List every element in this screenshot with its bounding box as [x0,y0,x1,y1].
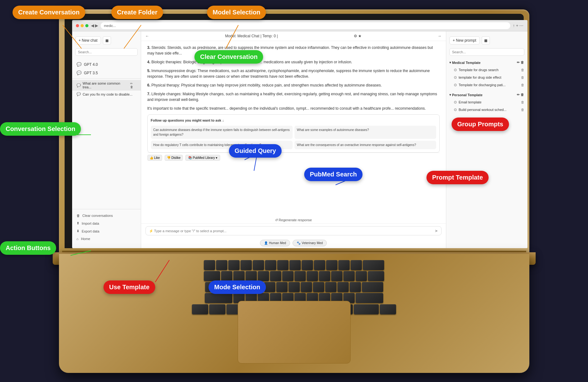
key[interactable] [350,282,361,292]
conversation-item-2[interactable]: 💬 Can you fix my code to disable... [72,91,141,98]
message-input-field[interactable] [149,229,433,233]
key-option[interactable] [209,304,225,314]
import-data-btn[interactable]: ⬆ Import data [72,219,141,227]
prompt-delete-icon[interactable]: 🗑 [521,68,524,72]
key[interactable] [265,260,276,270]
conv-action-icons[interactable]: ✏ 🗑 [130,82,136,89]
key-enter[interactable] [362,282,383,292]
conversation-item-1[interactable]: 💬 What are some common trea... ✏ 🗑 [72,80,141,91]
key[interactable] [221,271,232,281]
sidebar-search-input[interactable] [75,48,138,56]
nav-icons[interactable]: ◀ ▶ [91,23,98,28]
human-med-button[interactable]: 👤 Human Med [260,240,290,246]
like-button[interactable]: 👍 Like [147,155,162,161]
key[interactable] [313,282,324,292]
main-chat-area: ← Model: Medical Chat | Temp: 0 | ⚙ ★ → … [141,31,446,248]
nav-forward[interactable]: → [438,34,442,38]
key[interactable] [204,260,215,270]
minimize-dot[interactable] [81,24,84,27]
key[interactable] [356,271,367,281]
follow-up-item-2[interactable]: What are some examples of autoimmune dis… [294,126,436,139]
key[interactable] [337,282,349,292]
model-settings-icon[interactable]: ⚙ ★ [354,34,362,38]
key[interactable] [282,271,294,281]
model-item-gpt35[interactable]: 💬 GPT 3.5 [72,69,141,77]
pubmed-button[interactable]: 📚 PubMed Library ▾ [185,155,220,161]
prompt-group-medical-header[interactable]: ▾ Medical Template ✏ 🗑 [446,59,527,66]
key[interactable] [270,271,281,281]
new-prompt-button[interactable]: + New prompt [449,36,480,44]
key[interactable] [319,271,330,281]
key[interactable] [343,271,355,281]
prompt-icon-btn[interactable]: ▦ [482,36,490,44]
key-shift-l[interactable] [205,293,232,303]
import-icon: ⬆ [77,221,79,225]
key-backslash[interactable] [368,271,384,281]
browser-action-icons[interactable]: ↑ + ⋯ [513,23,523,28]
follow-up-item-4[interactable]: What are the consequences of an overacti… [294,141,436,149]
key[interactable] [351,260,362,270]
regenerate-bar[interactable]: ↺ Regenerate response [141,217,446,223]
prompt-delete-icon[interactable]: 🗑 [521,83,524,87]
key[interactable] [241,260,252,270]
export-data-btn[interactable]: ⬇ Export data [72,227,141,235]
key[interactable] [314,260,325,270]
group-action-icons[interactable]: ✏ 🗑 [517,60,524,65]
model-item-gpt4[interactable]: 💬 GPT 4.0 [72,60,141,69]
send-icon[interactable]: ➤ [435,228,438,233]
key[interactable] [246,271,257,281]
key[interactable] [228,260,240,270]
prompt-delete-icon[interactable]: 🗑 [521,76,524,79]
key[interactable] [258,271,269,281]
nav-back[interactable]: ← [146,34,149,38]
key[interactable] [253,260,264,270]
key-tab[interactable] [204,271,220,281]
key[interactable] [302,260,313,270]
home-btn[interactable]: ⌂ Home [72,235,141,243]
key-ctrl[interactable] [192,304,208,314]
key[interactable] [331,271,342,281]
fullscreen-dot[interactable] [85,24,88,27]
key[interactable] [277,260,289,270]
prompt-item-drug-side-effect[interactable]: ⊙ template for drug side effect 🗑 [446,74,527,81]
new-chat-button[interactable]: + New chat [75,36,101,44]
prompt-item-discharge[interactable]: ⊙ Template for discharging pati... 🗑 [446,81,527,89]
prompt-item-workout[interactable]: ⊙ Build personal workout sched... 🗑 [446,106,527,113]
key-option-r[interactable] [380,304,396,314]
key[interactable] [325,282,336,292]
prompt-item-drugs-search[interactable]: ⊙ Template for drugs search 🗑 [446,66,527,74]
prompt-icon: ⊙ [454,100,457,104]
key[interactable] [294,271,306,281]
key[interactable] [338,260,350,270]
folder-icon-btn[interactable]: ▦ [103,36,111,44]
trash-icon: 🗑 [77,214,80,217]
key[interactable] [301,282,312,292]
key[interactable] [289,282,300,292]
key[interactable] [326,260,337,270]
key-backspace[interactable] [363,260,384,270]
key[interactable] [233,271,245,281]
key[interactable] [216,260,227,270]
key[interactable] [289,260,301,270]
prompt-delete-icon[interactable]: 🗑 [521,100,524,104]
key-command-r[interactable] [354,304,379,314]
key[interactable] [276,282,288,292]
url-bar[interactable]: medic... [101,22,510,29]
close-dot[interactable] [76,24,79,27]
prompt-sidebar: + New prompt ▦ ▾ Medical Template ✏ 🗑 [446,31,527,248]
group-action-icons[interactable]: ✏ 🗑 [517,93,524,97]
clear-conversations-btn[interactable]: 🗑 Clear conversations [72,212,141,219]
annotation-prompt-template: Prompt Template [426,171,489,184]
key-shift-r[interactable] [356,293,383,303]
trackpad[interactable] [238,301,351,364]
key[interactable] [307,271,318,281]
prompt-item-email[interactable]: ⊙ Email template 🗑 [446,98,527,106]
dislike-button[interactable]: 👎 Dislike [165,155,183,161]
prompt-group-personal-header[interactable]: ▾ Personal Template ✏ 🗑 [446,91,527,98]
prompt-delete-icon[interactable]: 🗑 [521,108,524,112]
footer-label: Import data [82,222,99,225]
prompt-search-input[interactable] [449,48,524,56]
follow-up-item-1[interactable]: Can autoimmune diseases develop if the i… [151,126,293,139]
regenerate-label: ↺ Regenerate response [275,218,312,222]
veterinary-med-button[interactable]: 🐾 Veterinary Med [293,240,327,246]
